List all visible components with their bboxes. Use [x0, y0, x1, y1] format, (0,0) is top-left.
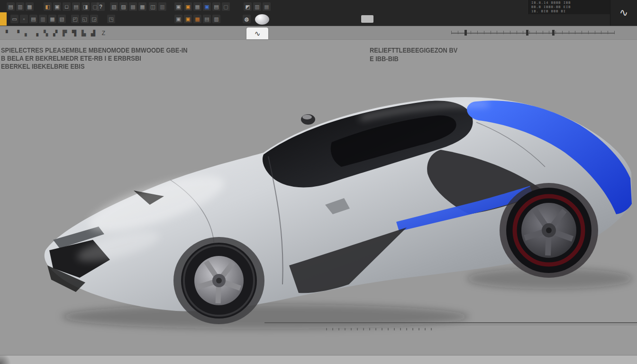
tool-icon[interactable]: ◧: [44, 2, 52, 11]
timeline-tick: [419, 328, 419, 330]
car-rear-wheel: [506, 188, 592, 273]
slider-handle[interactable]: [526, 30, 528, 36]
tool-icon[interactable]: ▧: [58, 15, 66, 23]
tool-icon[interactable]: Z: [100, 29, 108, 37]
slider-tick: [529, 31, 530, 34]
app-window: SPIELECTRES PLEASEMBLE MBENOMODE BMWOODE…: [0, 0, 637, 364]
slider-tick: [497, 31, 497, 34]
toolbar-icon-group: ◧▣□▤◨▢: [44, 2, 99, 11]
timeline-rail[interactable]: [264, 321, 637, 334]
tool-icon[interactable]: ▣: [174, 15, 182, 23]
toolbar-icon-group: ?: [97, 2, 105, 11]
curve-tool-tab[interactable]: ∿: [246, 27, 268, 39]
slider-tick: [471, 31, 471, 34]
toolbar-icon-group: Z: [100, 29, 108, 37]
color-swatch[interactable]: [0, 12, 7, 26]
tool-icon[interactable]: ▦: [26, 2, 34, 11]
tool-icon[interactable]: ◩: [244, 2, 252, 11]
tool-icon[interactable]: ▦: [263, 2, 271, 11]
timeline-tick: [375, 328, 376, 330]
tool-icon[interactable]: ▦: [193, 15, 201, 23]
tool-icon[interactable]: ?: [97, 2, 105, 11]
car-model[interactable]: [0, 0, 637, 364]
tool-icon[interactable]: ◫: [149, 2, 157, 11]
tool-icon[interactable]: ▙: [80, 29, 88, 37]
timeline-tick: [332, 328, 333, 330]
tool-icon[interactable]: ▥: [158, 2, 166, 11]
toolbar-icon-group: ◍: [243, 15, 251, 23]
tool-icon[interactable]: ▥: [253, 2, 261, 11]
tool-icon[interactable]: ◱: [81, 15, 89, 23]
toolbar-icon-group: ◰◱◲: [71, 15, 98, 23]
tool-icon[interactable]: ▗: [32, 29, 40, 37]
slider-tick: [543, 31, 543, 34]
timeline-tick: [382, 328, 382, 330]
slider-tick: [523, 31, 523, 34]
tool-icon[interactable]: ▫: [20, 15, 28, 23]
tool-icon[interactable]: ◨: [82, 2, 90, 11]
tool-icon[interactable]: ▩: [129, 2, 137, 11]
tool-icon[interactable]: ▣: [53, 2, 61, 11]
tool-icon[interactable]: ▝: [13, 29, 21, 37]
tool-icon[interactable]: ▣: [184, 2, 192, 11]
tool-icon[interactable]: ▦: [193, 2, 201, 11]
toolbar-mini-button[interactable]: [361, 15, 373, 23]
slider-tick: [536, 31, 537, 34]
timeline-tick: [357, 328, 358, 330]
toolbar-icon-group: ▭▫▤▥▦▧: [10, 15, 66, 23]
tool-icon[interactable]: ▢: [222, 2, 230, 11]
tool-icon[interactable]: ▧: [110, 2, 118, 11]
tool-icon[interactable]: ▭: [10, 15, 18, 23]
tool-icon[interactable]: ▞: [51, 29, 59, 37]
panel-readout-row: BB.B IBBB-BB EIB: [531, 5, 608, 9]
tool-icon[interactable]: □: [63, 2, 71, 11]
toolbar-icon-group: ◩▥▦: [244, 2, 271, 11]
curve-icon: ∿: [619, 7, 628, 19]
tool-icon[interactable]: ▤: [72, 2, 80, 11]
tool-icon[interactable]: ▤: [7, 2, 15, 11]
tool-icon[interactable]: ◲: [90, 15, 98, 23]
tool-icon[interactable]: ▦: [138, 2, 146, 11]
timeline-tick: [388, 328, 389, 330]
tool-icon[interactable]: ▣: [203, 2, 211, 11]
slider-tick: [510, 31, 510, 34]
tool-icon[interactable]: ▨: [119, 2, 127, 11]
slider-tick: [477, 31, 478, 34]
toolbar-icon-group: ▧▨▩▦: [110, 2, 146, 11]
tool-icon[interactable]: ▤: [203, 15, 211, 23]
tool-icon[interactable]: ▦: [48, 15, 56, 23]
tool-icon[interactable]: ▥: [16, 2, 24, 11]
tool-icon[interactable]: ◍: [243, 15, 251, 23]
tool-icon[interactable]: ◰: [71, 15, 79, 23]
tool-icon[interactable]: ◳: [107, 15, 115, 23]
timeline-tick: [351, 328, 352, 330]
slider-handle[interactable]: [464, 30, 467, 36]
toolbar-icon-group: ▤▥▦: [7, 2, 34, 11]
tool-icon[interactable]: ▣: [174, 2, 182, 11]
slider-tick: [595, 31, 595, 34]
frame-slider[interactable]: [451, 30, 614, 36]
corner-tool-block[interactable]: ∿: [610, 0, 637, 26]
slider-tick: [517, 31, 517, 34]
tool-icon[interactable]: ▥: [39, 15, 47, 23]
tool-icon[interactable]: ▜: [70, 29, 78, 37]
timeline-tick: [431, 328, 432, 330]
tool-icon[interactable]: ▟: [89, 29, 97, 37]
tool-icon[interactable]: ▚: [42, 29, 50, 37]
tool-icon[interactable]: ▘: [4, 29, 12, 37]
tool-icon[interactable]: ▣: [184, 15, 192, 23]
material-preview-ball[interactable]: [255, 14, 269, 25]
tool-icon[interactable]: ▤: [29, 15, 37, 23]
timeline-bar: [264, 322, 637, 323]
slider-tick: [491, 31, 491, 34]
tool-icon[interactable]: ▛: [61, 29, 69, 37]
timeline-tick: [363, 328, 364, 330]
tool-icon[interactable]: ▖: [23, 29, 31, 37]
toolbar-icon-group: ◳: [107, 15, 115, 23]
timeline-bar-secondary: [264, 325, 637, 325]
tool-icon[interactable]: ▥: [212, 15, 220, 23]
curve-tool-icon: ∿: [255, 29, 261, 38]
tool-icon[interactable]: ▤: [212, 2, 220, 11]
slider-handle[interactable]: [552, 30, 555, 36]
slider-tick: [451, 31, 452, 34]
